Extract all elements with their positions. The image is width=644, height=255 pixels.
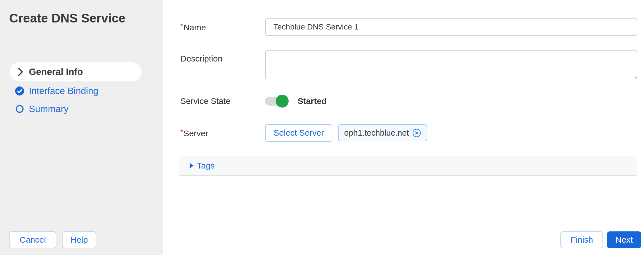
server-row: *Server Select Server oph1.techblue.net <box>163 124 637 142</box>
service-state-toggle[interactable] <box>265 97 287 106</box>
server-label: *Server <box>163 128 265 138</box>
help-button[interactable]: Help <box>62 231 96 248</box>
chevron-right-icon <box>17 67 24 77</box>
general-info-form: *Name Description Service State Started … <box>163 0 644 255</box>
sidebar-actions: Cancel Help <box>9 231 96 248</box>
wizard-steps: General Info Interface Binding Summary <box>10 62 142 118</box>
service-state-value: Started <box>298 96 326 106</box>
step-completed-check-icon <box>15 86 24 96</box>
step-summary[interactable]: Summary <box>10 100 142 118</box>
caret-right-icon <box>190 163 194 169</box>
selected-server-name: oph1.techblue.net <box>344 128 409 138</box>
remove-server-icon[interactable] <box>412 129 421 137</box>
next-button[interactable]: Next <box>607 231 641 248</box>
description-row: Description <box>163 50 637 79</box>
footer-actions: Finish Next <box>560 231 641 248</box>
create-dns-service-wizard: Create DNS Service General Info Interfac… <box>0 0 644 255</box>
page-title: Create DNS Service <box>9 11 126 25</box>
selected-server-chip: oph1.techblue.net <box>338 124 427 141</box>
required-asterisk: * <box>180 128 183 136</box>
description-label: Description <box>163 50 265 63</box>
description-textarea[interactable] <box>265 50 637 79</box>
step-label: Interface Binding <box>29 86 98 96</box>
finish-button[interactable]: Finish <box>560 231 603 248</box>
step-interface-binding[interactable]: Interface Binding <box>10 82 142 100</box>
step-label: Summary <box>29 104 68 114</box>
name-input[interactable] <box>265 18 637 36</box>
step-label: General Info <box>29 67 83 77</box>
select-server-button[interactable]: Select Server <box>265 124 332 142</box>
service-state-row: Service State Started <box>163 92 637 110</box>
service-state-label: Service State <box>163 96 265 106</box>
cancel-button[interactable]: Cancel <box>9 231 56 248</box>
tags-label: Tags <box>197 161 215 170</box>
step-general-info[interactable]: General Info <box>10 62 142 81</box>
tags-section-toggle[interactable]: Tags <box>179 156 637 176</box>
step-pending-circle-icon <box>15 104 24 114</box>
name-row: *Name <box>163 18 637 36</box>
wizard-sidebar: Create DNS Service General Info Interfac… <box>0 0 163 255</box>
toggle-knob <box>276 95 289 108</box>
name-label: *Name <box>163 22 265 32</box>
required-asterisk: * <box>180 22 183 30</box>
